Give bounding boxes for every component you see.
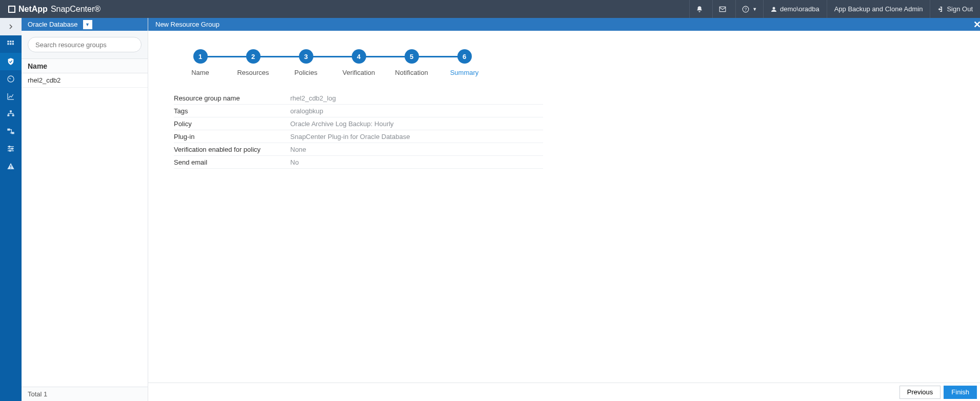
svg-rect-10	[10, 110, 12, 112]
svg-rect-8	[12, 43, 14, 45]
alert-icon	[7, 162, 15, 170]
step-label: Summary	[450, 69, 479, 76]
svg-rect-12	[12, 114, 14, 116]
svg-rect-3	[7, 41, 9, 42]
step-number: 4	[352, 49, 366, 64]
caret-down-icon: ▼	[85, 22, 90, 27]
grid-icon	[7, 40, 15, 48]
summary-table: Resource group name rhel2_cdb2_log Tags …	[174, 92, 543, 169]
sliders-icon	[7, 145, 15, 153]
brand-product: SnapCenter®	[51, 5, 101, 14]
step-label: Resources	[237, 69, 269, 76]
svg-rect-5	[12, 41, 14, 42]
step-name[interactable]: 1 Name	[174, 49, 227, 76]
nav-rail	[0, 18, 22, 401]
svg-text:?: ?	[745, 7, 747, 11]
chevron-right-icon	[8, 24, 14, 30]
step-number: 5	[405, 49, 419, 64]
svg-rect-14	[11, 132, 14, 134]
finish-button[interactable]: Finish	[944, 386, 977, 399]
nav-dashboard[interactable]	[0, 35, 22, 53]
rail-expand-button[interactable]	[0, 18, 22, 35]
step-label: Notification	[395, 69, 428, 76]
summary-key: Send email	[174, 158, 290, 166]
brand: NetApp SnapCenter®	[0, 5, 101, 14]
messages-button[interactable]	[712, 0, 735, 18]
step-number: 6	[457, 49, 472, 64]
summary-value: oralogbkup	[290, 107, 543, 115]
notifications-button[interactable]	[689, 0, 712, 18]
signout-button[interactable]: Sign Out	[930, 0, 980, 18]
list-header-name[interactable]: Name	[22, 59, 148, 73]
shield-check-icon	[7, 57, 15, 66]
summary-value: rhel2_cdb2_log	[290, 94, 543, 102]
step-label: Name	[191, 69, 209, 76]
svg-rect-18	[10, 165, 11, 167]
svg-rect-4	[10, 41, 11, 42]
nav-settings[interactable]	[0, 140, 22, 157]
wizard-title: New Resource Group	[155, 21, 219, 28]
role-label-cell[interactable]: App Backup and Clone Admin	[827, 0, 930, 18]
user-label: demo\oradba	[780, 5, 819, 13]
summary-key: Tags	[174, 107, 290, 115]
breadcrumb: Oracle Database ▼	[22, 18, 148, 31]
breadcrumb-label: Oracle Database	[28, 21, 78, 28]
step-policies[interactable]: 3 Policies	[279, 49, 332, 76]
close-icon: ✕	[973, 19, 981, 30]
resource-list-panel: Oracle Database ▼ Name rhel2_cdb2 Total …	[22, 18, 148, 401]
nav-hosts[interactable]	[0, 105, 22, 123]
storage-icon	[7, 127, 15, 135]
summary-row: Policy Oracle Archive Log Backup: Hourly	[174, 117, 543, 130]
previous-button[interactable]: Previous	[899, 386, 941, 399]
signout-label: Sign Out	[947, 5, 973, 13]
help-icon: ?	[742, 6, 749, 13]
summary-row: Tags oralogbkup	[174, 105, 543, 117]
step-notification[interactable]: 5 Notification	[385, 49, 438, 76]
mail-icon	[719, 6, 726, 13]
hosts-icon	[7, 110, 15, 118]
nav-storage[interactable]	[0, 123, 22, 140]
list-item[interactable]: rhel2_cdb2	[22, 73, 148, 88]
role-label: App Backup and Clone Admin	[834, 5, 923, 13]
svg-point-2	[773, 7, 775, 9]
summary-key: Policy	[174, 120, 290, 128]
step-verification[interactable]: 4 Verification	[332, 49, 385, 76]
nav-alerts[interactable]	[0, 157, 22, 175]
step-label: Verification	[343, 69, 375, 76]
svg-point-16	[11, 148, 13, 150]
step-number: 3	[299, 49, 313, 64]
gauge-icon	[7, 75, 15, 83]
nav-reports[interactable]	[0, 88, 22, 105]
wizard-close-button[interactable]: ✕	[971, 18, 980, 31]
netapp-logo-icon	[8, 6, 15, 13]
step-summary[interactable]: 6 Summary	[438, 49, 491, 76]
summary-key: Plug-in	[174, 133, 290, 141]
wizard-stepper: 1 Name 2 Resources 3 Policies 4	[174, 49, 980, 76]
step-resources[interactable]: 2 Resources	[227, 49, 279, 76]
summary-row: Plug-in SnapCenter Plug-in for Oracle Da…	[174, 130, 543, 143]
summary-row: Resource group name rhel2_cdb2_log	[174, 92, 543, 105]
nav-resources[interactable]	[0, 53, 22, 70]
wizard-footer: Previous Finish	[148, 383, 980, 401]
search-input[interactable]	[28, 37, 142, 52]
nav-monitor[interactable]	[0, 70, 22, 88]
summary-key: Verification enabled for policy	[174, 146, 290, 153]
step-number: 1	[193, 49, 208, 64]
summary-value: No	[290, 158, 543, 166]
user-icon	[771, 6, 777, 12]
caret-down-icon: ▼	[752, 7, 757, 12]
summary-value: SnapCenter Plug-in for Oracle Database	[290, 133, 543, 141]
svg-rect-11	[7, 114, 9, 116]
user-menu[interactable]: demo\oradba	[763, 0, 827, 18]
signout-icon	[937, 6, 944, 12]
summary-row: Verification enabled for policy None	[174, 143, 543, 156]
summary-value: Oracle Archive Log Backup: Hourly	[290, 120, 543, 128]
summary-key: Resource group name	[174, 94, 290, 102]
chart-icon	[7, 92, 15, 101]
breadcrumb-dropdown[interactable]: ▼	[83, 20, 92, 29]
wizard-panel: New Resource Group ✕ 1 Name 2 Resources …	[148, 18, 980, 401]
svg-point-15	[9, 146, 10, 148]
svg-rect-7	[10, 43, 11, 45]
help-button[interactable]: ? ▼	[735, 0, 763, 18]
summary-row: Send email No	[174, 156, 543, 169]
